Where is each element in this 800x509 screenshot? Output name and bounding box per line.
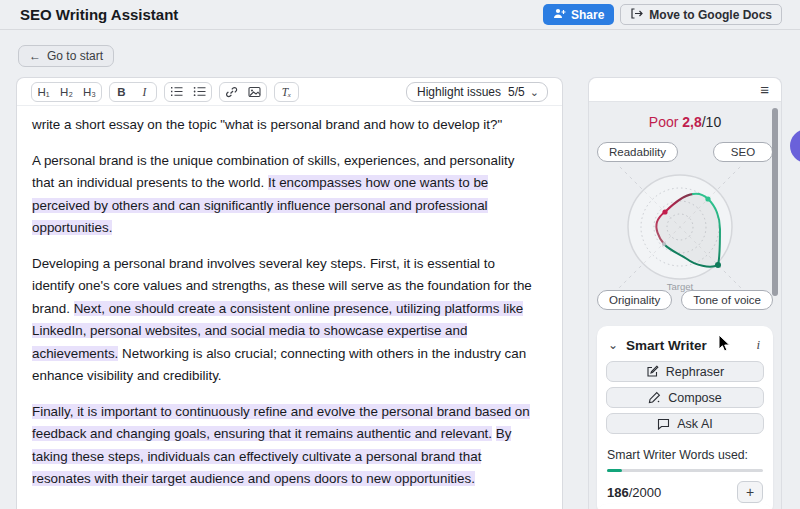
collapse-chevron-icon[interactable]: ⌄: [608, 341, 618, 349]
heading1-button[interactable]: H₁: [32, 83, 55, 101]
pen-sparkle-icon: [648, 391, 661, 404]
image-icon[interactable]: [243, 83, 266, 101]
link-icon[interactable]: [220, 83, 243, 101]
sidebar-topbar: ≡: [589, 78, 781, 102]
score-grade: Poor: [649, 114, 679, 130]
readability-point: [662, 209, 667, 214]
compose-button[interactable]: Compose: [606, 387, 764, 408]
ask-ai-button[interactable]: Ask AI: [606, 413, 764, 434]
next-section-card: [597, 504, 773, 509]
share-button[interactable]: Share: [543, 4, 614, 25]
seo-pill[interactable]: SEO: [713, 142, 773, 162]
floating-bubble-clip: [788, 128, 800, 166]
highlight-issues-dropdown[interactable]: Highlight issues 5/5 ⌄: [406, 82, 548, 102]
readability-pill[interactable]: Readability: [597, 142, 678, 162]
highlighted-text: Finally, it is important to continuously…: [32, 404, 530, 442]
header-actions: Share Move to Google Docs: [543, 4, 782, 25]
ordered-list-icon[interactable]: [165, 83, 188, 101]
radar-axis-bottom-row: Originality Tone of voice: [589, 290, 781, 310]
rephraser-button[interactable]: Rephraser: [606, 361, 764, 382]
smart-writer-title: Smart Writer: [626, 338, 707, 353]
insert-group: [219, 82, 267, 102]
tone-of-voice-pill[interactable]: Tone of voice: [681, 290, 773, 310]
paragraph: write a short essay on the topic "what i…: [32, 114, 540, 137]
seo-point: [705, 196, 710, 201]
words-count: 186/2000: [607, 485, 661, 500]
heading3-button[interactable]: H₃: [78, 83, 101, 101]
text-segment: write a short essay on the topic "what i…: [32, 117, 502, 132]
back-arrow-icon: ←: [29, 49, 41, 63]
add-words-button[interactable]: +: [737, 481, 763, 503]
originality-pill[interactable]: Originality: [597, 290, 672, 310]
clear-formatting-button[interactable]: Tₓ: [275, 83, 298, 101]
radar-axis-top-row: Readability SEO: [589, 142, 781, 162]
info-icon[interactable]: i: [756, 337, 762, 353]
originality-point: [662, 242, 666, 246]
move-to-google-docs-button[interactable]: Move to Google Docs: [620, 4, 782, 25]
smart-writer-card: ⌄ Smart Writer i Rephraser Compose: [597, 326, 773, 509]
bullet-list-icon[interactable]: [188, 83, 211, 101]
editor-toolbar: H₁ H₂ H₃ B I: [17, 78, 562, 106]
sidebar-scrollbar[interactable]: [772, 108, 778, 296]
app-header: SEO Writing Assistant Share Move to Goog…: [0, 0, 800, 30]
radar-chart: Target: [589, 166, 783, 306]
words-progress-bar: [607, 469, 763, 472]
go-to-start-button[interactable]: ← Go to start: [18, 45, 114, 67]
italic-button[interactable]: I: [133, 83, 156, 101]
format-group: B I: [109, 82, 157, 102]
chat-bubble-icon: [657, 418, 670, 430]
score-outof: /10: [702, 114, 721, 130]
menu-icon[interactable]: ≡: [760, 82, 769, 97]
overall-score: Poor 2,8/10: [589, 114, 781, 130]
edit-pencil-icon: [646, 365, 659, 378]
add-person-icon: [553, 8, 566, 22]
words-progress-fill: [607, 469, 622, 472]
help-bubble-button[interactable]: [790, 129, 800, 163]
list-group: [164, 82, 212, 102]
heading2-button[interactable]: H₂: [55, 83, 78, 101]
sidebar-panel: ≡ Poor 2,8/10 Readability SEO: [588, 77, 782, 509]
bold-button[interactable]: B: [110, 83, 133, 101]
score-value: 2,8: [682, 114, 701, 130]
export-icon: [630, 8, 643, 22]
paragraph: A personal brand is the unique combinati…: [32, 150, 540, 240]
editor-content[interactable]: write a short essay on the topic "what i…: [17, 106, 562, 491]
editor-card: H₁ H₂ H₃ B I: [16, 77, 563, 509]
words-count-row: 186/2000 +: [607, 481, 763, 503]
words-used-label: Smart Writer Words used:: [607, 448, 763, 462]
page-title: SEO Writing Assistant: [20, 6, 178, 23]
paragraph: Developing a personal brand involves sev…: [32, 253, 540, 388]
smart-writer-header: ⌄ Smart Writer i: [608, 337, 762, 353]
heading-group: H₁ H₂ H₃: [31, 82, 102, 102]
paragraph: Finally, it is important to continuously…: [32, 401, 540, 491]
clear-format-group: Tₓ: [274, 82, 299, 102]
issues-count: 5/5: [508, 85, 525, 99]
tone-of-voice-point: [715, 262, 721, 268]
chevron-down-icon: ⌄: [530, 87, 539, 97]
